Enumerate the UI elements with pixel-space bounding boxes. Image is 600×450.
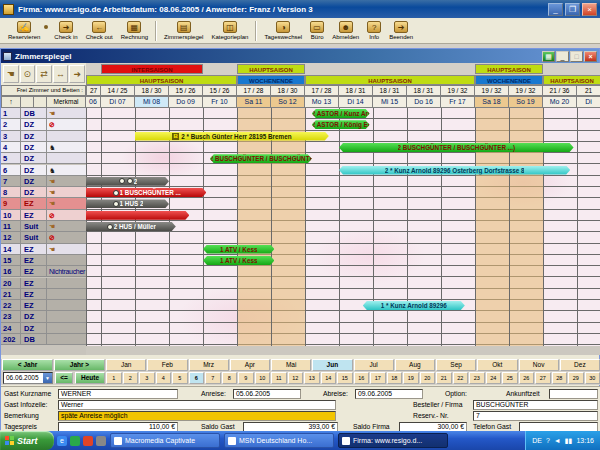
day-button-10[interactable]: 10 <box>255 372 271 384</box>
reservation-bar-room-11[interactable]: 2 HUS / Müller <box>86 222 176 231</box>
window-minimize-button[interactable]: _ <box>556 51 569 62</box>
date-cell-do-16[interactable]: Do 16 <box>407 96 441 108</box>
day-button-14[interactable]: 14 <box>321 372 337 384</box>
date-cell-sa-11[interactable]: Sa 11 <box>237 96 271 108</box>
bemerkung-field[interactable]: späte Anreise möglich <box>58 411 336 421</box>
room-row-9[interactable]: 9EZ☚♞⊘ <box>1 198 86 209</box>
minimize-button[interactable]: _ <box>548 3 563 16</box>
reservation-bar-room-6[interactable]: 2 * Kunz Arnold 89296 Osterberg Dorfstra… <box>339 166 570 175</box>
month-button-jun[interactable]: Jun <box>312 359 352 371</box>
day-button-2[interactable]: 2 <box>123 372 139 384</box>
day-button-18[interactable]: 18 <box>387 372 403 384</box>
room-row-21[interactable]: 21EZ <box>1 289 86 300</box>
day-button-3[interactable]: 3 <box>139 372 155 384</box>
month-button-jul[interactable]: Jul <box>354 359 394 371</box>
toolbar-button-reservieren[interactable]: ✍Reservieren <box>4 19 44 43</box>
room-row-6[interactable]: 6DZ♞ <box>1 165 86 176</box>
day-button-22[interactable]: 22 <box>453 372 469 384</box>
exit-tool-icon[interactable]: ➜ <box>69 65 85 83</box>
reservation-bar-room-10[interactable] <box>86 211 189 220</box>
reservation-bar-room-4[interactable]: 2 BUSCHGÜNTER / BUSCHGÜNTER ...) <box>339 143 574 152</box>
day-button-23[interactable]: 23 <box>469 372 485 384</box>
toolbar-button-check-in[interactable]: ➜Check in <box>50 19 81 43</box>
merkmal-header-cell[interactable]: Merkmal <box>47 96 86 108</box>
abreise-field[interactable]: 09.06.2005 <box>355 389 423 399</box>
room-row-202[interactable]: 202DB <box>1 334 86 345</box>
toolbar-button-zimmerspiegel[interactable]: ▤Zimmerspiegel <box>160 19 207 43</box>
room-row-24[interactable]: 24DZ <box>1 323 86 334</box>
day-button-28[interactable]: 28 <box>552 372 568 384</box>
toolbar-button-rechnung[interactable]: ▦Rechnung <box>117 19 152 43</box>
taskbar-task-macromedia-captivate[interactable]: Macromedia Captivate <box>110 433 220 448</box>
day-button-7[interactable]: 7 <box>205 372 221 384</box>
date-cell-di[interactable]: Di <box>577 96 600 108</box>
room-row-2[interactable]: 2DZ⊘ <box>1 119 86 130</box>
reservation-grid[interactable]: 2 ASTOR / Kunz Arnold2 ASTOR / König Eug… <box>86 108 600 355</box>
toolbar-button-büro[interactable]: ▭Büro <box>306 19 328 43</box>
date-cell-mo-20[interactable]: Mo 20 <box>543 96 577 108</box>
month-button-apr[interactable]: Apr <box>230 359 270 371</box>
date-cell-di-14[interactable]: Di 14 <box>339 96 373 108</box>
date-cell-so-19[interactable]: So 19 <box>509 96 543 108</box>
date-cell-mi-15[interactable]: Mi 15 <box>373 96 407 108</box>
room-row-23[interactable]: 23DZ <box>1 311 86 322</box>
toolbar-button-kategorieplan[interactable]: ◫Kategorieplan <box>207 19 252 43</box>
quick-launch-mail-icon[interactable] <box>96 436 106 446</box>
day-button-8[interactable]: 8 <box>222 372 238 384</box>
day-button-20[interactable]: 20 <box>420 372 436 384</box>
room-row-1[interactable]: 1DB☚⊘ <box>1 108 86 119</box>
toolbar-button-info[interactable]: ?Info <box>363 19 385 43</box>
room-row-20[interactable]: 20EZ <box>1 278 86 289</box>
day-button-1[interactable]: 1 <box>106 372 122 384</box>
month-button-okt[interactable]: Okt <box>477 359 517 371</box>
excel-export-button[interactable]: ▦ <box>542 51 555 62</box>
date-cell-mo-13[interactable]: Mo 13 <box>305 96 339 108</box>
reserv-nr-field[interactable]: 7 <box>473 411 598 421</box>
reservation-bar-room-22[interactable]: 1 * Kunz Arnold 89296 <box>363 301 465 310</box>
reservieren-dropdown-dot[interactable] <box>44 25 48 29</box>
day-button-12[interactable]: 12 <box>288 372 304 384</box>
toolbar-button-tageswechsel[interactable]: ◑Tageswechsel <box>260 19 306 43</box>
room-row-16[interactable]: 16EZNichtraucher <box>1 266 86 277</box>
swap-days-tool-icon[interactable]: ⇄ <box>36 65 52 83</box>
day-button-27[interactable]: 27 <box>535 372 551 384</box>
date-cell-fr-17[interactable]: Fr 17 <box>441 96 475 108</box>
heute-button[interactable]: Heute <box>75 372 105 384</box>
toolbar-button-beenden[interactable]: ➔Beenden <box>385 19 417 43</box>
date-cell-di-07[interactable]: Di 07 <box>101 96 135 108</box>
day-button-21[interactable]: 21 <box>436 372 452 384</box>
taskbar-task-firma-www-resigo-d-[interactable]: Firma: www.resigo.d... <box>338 433 448 448</box>
month-button-jan[interactable]: Jan <box>106 359 146 371</box>
room-row-8[interactable]: 8DZ☚ <box>1 187 86 198</box>
reservation-bar-room-1[interactable]: 2 ASTOR / Kunz Arnold <box>312 109 370 118</box>
gast-kurzname-field[interactable]: WERNER <box>58 389 178 399</box>
date-cell-so-12[interactable]: So 12 <box>271 96 305 108</box>
room-row-5[interactable]: 5DZ <box>1 153 86 164</box>
date-cell-fr-10[interactable]: Fr 10 <box>203 96 237 108</box>
month-button-aug[interactable]: Aug <box>395 359 435 371</box>
month-button-mai[interactable]: Mai <box>271 359 311 371</box>
language-indicator[interactable]: DE <box>532 437 542 444</box>
reservation-bar-room-15[interactable]: 1 ATV / Kess <box>203 256 274 265</box>
hand-tool-icon[interactable]: ☚ <box>3 65 19 83</box>
month-button-sep[interactable]: Sep <box>436 359 476 371</box>
volume-icon[interactable]: ◄ <box>554 437 561 444</box>
room-row-11[interactable]: 11Suit☚ <box>1 221 86 232</box>
date-cell-do-09[interactable]: Do 09 <box>169 96 203 108</box>
day-button-9[interactable]: 9 <box>238 372 254 384</box>
month-button-feb[interactable]: Feb <box>147 359 187 371</box>
room-row-12[interactable]: 12Suit⊘ <box>1 232 86 243</box>
quick-launch-media-icon[interactable] <box>83 436 93 446</box>
date-cell-06[interactable]: 06 <box>86 96 101 108</box>
reservation-bar-room-3[interactable]: B2 * Busch Günter Herr 28195 Bremen <box>135 132 329 141</box>
day-button-11[interactable]: 11 <box>271 372 287 384</box>
day-button-6[interactable]: 6 <box>189 372 205 384</box>
resize-columns-tool-icon[interactable]: ↔ <box>53 65 69 83</box>
room-row-14[interactable]: 14EZ☚ <box>1 244 86 255</box>
year-back-button[interactable]: < Jahr <box>2 359 53 371</box>
year-forward-button[interactable]: Jahr > <box>54 359 105 371</box>
day-button-29[interactable]: 29 <box>568 372 584 384</box>
date-cell-sa-18[interactable]: Sa 18 <box>475 96 509 108</box>
room-row-7[interactable]: 7DZ☚⊘ <box>1 176 86 187</box>
window-close-button[interactable]: × <box>584 51 597 62</box>
